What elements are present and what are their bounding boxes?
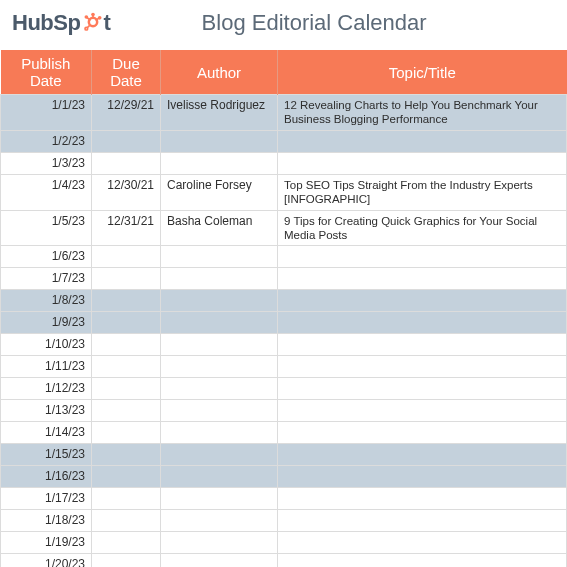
cell-publish[interactable]: 1/14/23 [1,422,92,444]
cell-due[interactable] [92,152,161,174]
table-row: 1/10/23 [1,334,567,356]
cell-author[interactable] [161,268,278,290]
cell-topic[interactable] [278,400,567,422]
cell-topic[interactable] [278,378,567,400]
cell-author[interactable] [161,356,278,378]
cell-topic[interactable] [278,532,567,554]
cell-topic[interactable] [278,488,567,510]
cell-author[interactable] [161,246,278,268]
cell-due[interactable] [92,422,161,444]
cell-due[interactable] [92,532,161,554]
cell-author[interactable]: Ivelisse Rodriguez [161,95,278,131]
cell-topic[interactable] [278,422,567,444]
col-author: Author [161,50,278,95]
cell-due[interactable]: 12/31/21 [92,210,161,246]
cell-publish[interactable]: 1/5/23 [1,210,92,246]
table-row: 1/2/23 [1,130,567,152]
cell-author[interactable] [161,312,278,334]
cell-author[interactable] [161,488,278,510]
cell-due[interactable] [92,290,161,312]
cell-topic[interactable]: 9 Tips for Creating Quick Graphics for Y… [278,210,567,246]
cell-due[interactable] [92,334,161,356]
cell-due[interactable] [92,268,161,290]
table-row: 1/11/23 [1,356,567,378]
cell-due[interactable] [92,510,161,532]
table-row: 1/6/23 [1,246,567,268]
cell-topic[interactable] [278,152,567,174]
cell-due[interactable] [92,378,161,400]
cell-due[interactable] [92,312,161,334]
cell-author[interactable] [161,444,278,466]
cell-publish[interactable]: 1/12/23 [1,378,92,400]
cell-topic[interactable] [278,334,567,356]
cell-publish[interactable]: 1/17/23 [1,488,92,510]
cell-due[interactable]: 12/30/21 [92,174,161,210]
cell-publish[interactable]: 1/18/23 [1,510,92,532]
cell-author[interactable] [161,378,278,400]
cell-publish[interactable]: 1/1/23 [1,95,92,131]
cell-publish[interactable]: 1/2/23 [1,130,92,152]
cell-topic[interactable] [278,466,567,488]
cell-author[interactable] [161,152,278,174]
table-row: 1/18/23 [1,510,567,532]
cell-publish[interactable]: 1/8/23 [1,290,92,312]
cell-due[interactable] [92,246,161,268]
cell-topic[interactable] [278,356,567,378]
cell-author[interactable]: Basha Coleman [161,210,278,246]
cell-publish[interactable]: 1/4/23 [1,174,92,210]
cell-publish[interactable]: 1/16/23 [1,466,92,488]
cell-author[interactable] [161,510,278,532]
cell-author[interactable] [161,130,278,152]
cell-topic[interactable] [278,246,567,268]
cell-author[interactable] [161,422,278,444]
table-row: 1/15/23 [1,444,567,466]
cell-author[interactable] [161,290,278,312]
cell-topic[interactable] [278,290,567,312]
cell-publish[interactable]: 1/20/23 [1,554,92,567]
logo-text-part1: HubSp [12,10,80,36]
cell-topic[interactable] [278,444,567,466]
cell-author[interactable] [161,466,278,488]
cell-topic[interactable] [278,312,567,334]
table-row: 1/3/23 [1,152,567,174]
cell-publish[interactable]: 1/19/23 [1,532,92,554]
cell-due[interactable] [92,444,161,466]
cell-publish[interactable]: 1/3/23 [1,152,92,174]
table-row: 1/7/23 [1,268,567,290]
cell-author[interactable] [161,400,278,422]
cell-topic[interactable] [278,554,567,567]
cell-publish[interactable]: 1/7/23 [1,268,92,290]
cell-due[interactable] [92,130,161,152]
cell-publish[interactable]: 1/13/23 [1,400,92,422]
col-due-date: Due Date [92,50,161,95]
table-row: 1/19/23 [1,532,567,554]
cell-due[interactable]: 12/29/21 [92,95,161,131]
page-title: Blog Editorial Calendar [73,10,555,36]
cell-topic[interactable] [278,130,567,152]
cell-due[interactable] [92,356,161,378]
cell-due[interactable] [92,400,161,422]
cell-author[interactable] [161,532,278,554]
table-row: 1/12/23 [1,378,567,400]
cell-topic[interactable]: 12 Revealing Charts to Help You Benchmar… [278,95,567,131]
cell-due[interactable] [92,488,161,510]
cell-author[interactable] [161,554,278,567]
calendar-table: Publish Date Due Date Author Topic/Title… [0,50,567,567]
cell-due[interactable] [92,554,161,567]
cell-publish[interactable]: 1/10/23 [1,334,92,356]
table-row: 1/13/23 [1,400,567,422]
cell-publish[interactable]: 1/15/23 [1,444,92,466]
cell-publish[interactable]: 1/9/23 [1,312,92,334]
cell-due[interactable] [92,466,161,488]
cell-topic[interactable]: Top SEO Tips Straight From the Industry … [278,174,567,210]
header-bar: HubSp t Blog Editorial Calendar [0,0,567,50]
cell-publish[interactable]: 1/11/23 [1,356,92,378]
cell-topic[interactable] [278,268,567,290]
cell-author[interactable] [161,334,278,356]
cell-topic[interactable] [278,510,567,532]
table-row: 1/20/23 [1,554,567,567]
table-row: 1/14/23 [1,422,567,444]
col-topic: Topic/Title [278,50,567,95]
cell-author[interactable]: Caroline Forsey [161,174,278,210]
cell-publish[interactable]: 1/6/23 [1,246,92,268]
